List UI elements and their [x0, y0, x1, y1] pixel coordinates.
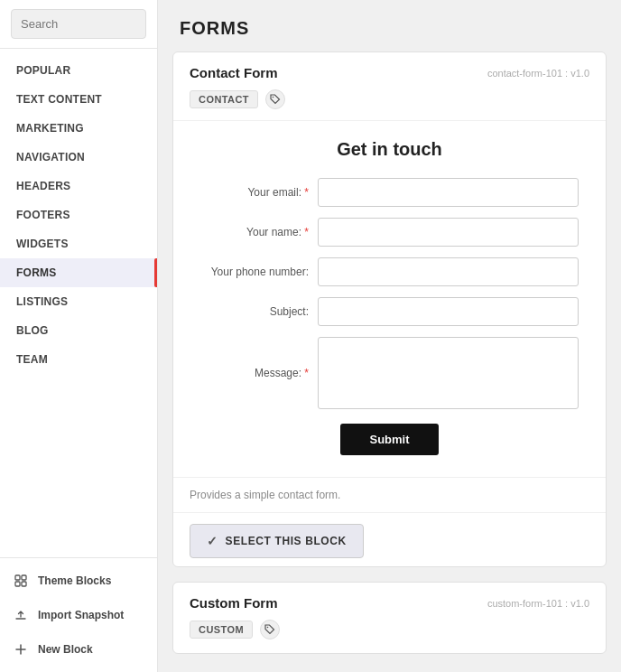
name-label: Your name: *: [200, 226, 318, 238]
custom-tag: CUSTOM: [190, 621, 253, 639]
search-container: [0, 0, 157, 49]
tag-icon[interactable]: [265, 89, 285, 109]
sidebar: POPULARTEXT CONTENTMARKETINGNAVIGATIONHE…: [0, 0, 158, 672]
sidebar-footer-new-block[interactable]: New Block: [0, 632, 157, 667]
message-textarea-preview: [318, 337, 579, 409]
sidebar-footer-theme-blocks-label: Theme Blocks: [38, 574, 111, 587]
email-label: Your email: *: [200, 186, 318, 199]
email-field-row: Your email: *: [200, 178, 579, 207]
page-title: FORMS: [180, 18, 599, 39]
sidebar-item-listings[interactable]: LISTINGS: [0, 287, 157, 316]
sidebar-footer-new-block-label: New Block: [38, 643, 93, 656]
sidebar-item-marketing[interactable]: MARKETING: [0, 114, 157, 143]
grid-icon: [13, 573, 29, 589]
main-panel: FORMS Contact Form contact-form-101 : v1…: [158, 0, 621, 672]
custom-block-tags: CUSTOM: [173, 620, 606, 650]
sidebar-item-team[interactable]: TEAM: [0, 345, 157, 374]
sidebar-item-widgets[interactable]: WIDGETS: [0, 229, 157, 258]
subject-input-preview: [318, 297, 579, 326]
sidebar-item-text-content[interactable]: TEXT CONTENT: [0, 85, 157, 114]
phone-field-row: Your phone number:: [200, 257, 579, 286]
contact-tag: CONTACT: [190, 90, 258, 108]
search-input[interactable]: [11, 9, 146, 39]
sidebar-item-headers[interactable]: HEADERS: [0, 172, 157, 201]
sidebar-item-forms[interactable]: FORMS: [0, 258, 157, 287]
block-version-id: contact-form-101 : v1.0: [487, 68, 589, 79]
select-block-label: SELECT THIS BLOCK: [226, 535, 347, 547]
sidebar-item-blog[interactable]: BLOG: [0, 316, 157, 345]
custom-block-version-id: custom-form-101 : v1.0: [487, 598, 589, 609]
main-header: FORMS: [158, 0, 621, 51]
main-content: Contact Form contact-form-101 : v1.0 CON…: [158, 51, 621, 672]
sidebar-item-navigation[interactable]: NAVIGATION: [0, 143, 157, 172]
name-input-preview: [318, 218, 579, 247]
phone-label: Your phone number:: [200, 266, 318, 278]
svg-point-4: [273, 97, 274, 98]
svg-rect-0: [15, 575, 20, 580]
preview-heading: Get in touch: [200, 139, 579, 160]
custom-block-title: Custom Form: [190, 595, 278, 611]
custom-tag-icon[interactable]: [260, 620, 280, 639]
upload-icon: [13, 607, 29, 623]
custom-form-block: Custom Form custom-form-101 : v1.0 CUSTO…: [172, 582, 607, 654]
message-field-row: Message: *: [200, 337, 579, 409]
plus-icon: [13, 641, 29, 658]
sidebar-footer-import-snapshot[interactable]: Import Snapshot: [0, 598, 157, 632]
block-preview: Get in touch Your email: * Your name: * …: [173, 120, 606, 478]
submit-row: Submit: [200, 424, 579, 455]
block-tags: CONTACT: [173, 89, 606, 120]
block-footer: ✓ SELECT THIS BLOCK: [173, 513, 606, 567]
check-icon: ✓: [207, 534, 218, 548]
svg-rect-1: [22, 575, 26, 580]
svg-rect-3: [22, 582, 26, 586]
subject-label: Subject:: [200, 305, 318, 318]
block-title: Contact Form: [190, 65, 278, 80]
phone-input-preview: [318, 257, 579, 286]
sidebar-nav: POPULARTEXT CONTENTMARKETINGNAVIGATIONHE…: [0, 49, 157, 557]
sidebar-footer-import-snapshot-label: Import Snapshot: [38, 609, 124, 621]
email-input-preview: [318, 178, 579, 207]
message-label: Message: *: [200, 367, 318, 379]
contact-form-block: Contact Form contact-form-101 : v1.0 CON…: [172, 51, 607, 567]
custom-block-header: Custom Form custom-form-101 : v1.0: [173, 583, 606, 620]
sidebar-item-footers[interactable]: FOOTERS: [0, 201, 157, 229]
subject-field-row: Subject:: [200, 297, 579, 326]
name-field-row: Your name: *: [200, 218, 579, 247]
submit-button-preview[interactable]: Submit: [340, 424, 438, 455]
sidebar-footer-theme-blocks[interactable]: Theme Blocks: [0, 564, 157, 598]
block-header: Contact Form contact-form-101 : v1.0: [173, 52, 606, 89]
sidebar-item-popular[interactable]: POPULAR: [0, 56, 157, 85]
block-description: Provides a simple contact form.: [173, 478, 606, 513]
sidebar-footer: Theme Blocks Import Snapshot New Block: [0, 557, 157, 672]
svg-point-5: [267, 627, 269, 629]
select-block-button[interactable]: ✓ SELECT THIS BLOCK: [190, 524, 364, 558]
svg-rect-2: [15, 582, 20, 586]
